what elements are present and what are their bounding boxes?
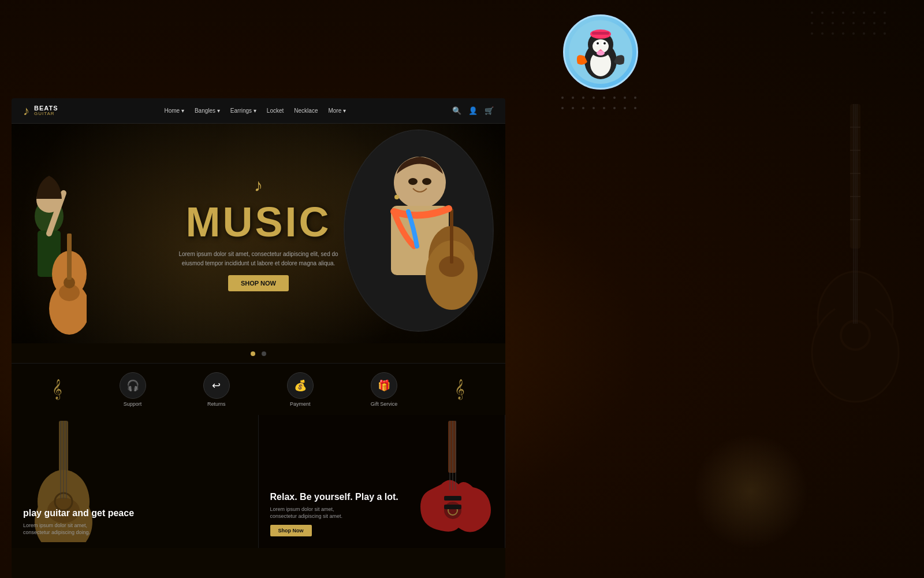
svg-point-37 [394, 157, 446, 209]
guitar-cards: play guitar and get peace Lorem ipsum do… [12, 415, 505, 548]
feature-support: 🎧 Support [120, 372, 146, 407]
search-icon[interactable]: 🔍 [452, 106, 461, 115]
svg-rect-34 [67, 234, 72, 280]
store-sub: GUITAR [34, 112, 58, 117]
svg-point-23 [603, 42, 606, 45]
features-bar: 𝄞 🎧 Support ↩ Returns 💰 Payment 🎁 Gift S… [12, 363, 505, 415]
hero-center: ♪ MUSIC Lorem ipsum dolor sit amet, cons… [178, 176, 340, 291]
right-dots [811, 12, 889, 90]
slider-dots [12, 343, 505, 363]
dot-active[interactable] [251, 351, 255, 356]
feature-returns: ↩ Returns [203, 372, 230, 407]
music-note-left: 𝄞 [52, 379, 62, 399]
nav-earrings[interactable]: Earrings ▾ [230, 108, 256, 114]
guitar-card-2: Relax. Be yourself. Play a lot. Lorem ip… [259, 415, 506, 548]
svg-point-44 [408, 178, 418, 185]
nav-links: Home ▾ Bangles ▾ Earrings ▾ Locket Neckl… [75, 108, 435, 114]
svg-rect-54 [448, 421, 456, 473]
card-2-desc: Lorem ipsum dolor sit amet, consectetur … [270, 506, 357, 520]
card-2-title: Relax. Be yourself. Play a lot. [270, 491, 398, 502]
nav-locket[interactable]: Locket [267, 108, 284, 114]
guitar-decoration-right [803, 104, 907, 451]
shop-now-button[interactable]: Shop Now [228, 275, 289, 291]
card-2-btn[interactable]: Shop Now [270, 525, 312, 536]
svg-rect-58 [444, 505, 461, 509]
feature-gift: 🎁 Gift Service [371, 372, 398, 407]
returns-label: Returns [207, 401, 226, 407]
nav-home[interactable]: Home ▾ [164, 108, 184, 114]
bird-icon [569, 20, 632, 84]
feature-payment: 💰 Payment [287, 372, 314, 407]
payment-icon: 💰 [287, 372, 314, 399]
card-1-title: play guitar and get peace [23, 507, 134, 518]
svg-point-45 [422, 178, 431, 185]
gift-label: Gift Service [371, 401, 398, 407]
nav-more[interactable]: More ▾ [328, 108, 346, 114]
bokeh-decoration [693, 433, 808, 549]
guitar-card-1: play guitar and get peace Lorem ipsum do… [12, 415, 259, 548]
card-1-content: play guitar and get peace Lorem ipsum do… [23, 507, 134, 536]
svg-rect-42 [450, 209, 453, 264]
hero-music-note: ♪ [178, 176, 340, 195]
hero-banner: ♪ MUSIC Lorem ipsum dolor sit amet, cons… [12, 124, 505, 343]
music-note-right: 𝄞 [454, 379, 465, 399]
nav-necklace[interactable]: Necklace [294, 108, 318, 114]
svg-point-43 [394, 195, 399, 199]
store-brand: ♪ BEATS GUITAR [23, 103, 58, 118]
dots-grid-top [561, 0, 640, 8]
nav-icons: 🔍 👤 🛒 [452, 106, 494, 115]
musician-svg [345, 131, 494, 332]
cart-icon[interactable]: 🛒 [485, 106, 494, 115]
svg-rect-57 [444, 496, 461, 501]
hero-left-figure [12, 158, 87, 343]
guitar-2-svg [407, 421, 499, 542]
payment-label: Payment [290, 401, 311, 407]
dots-grid-bottom [561, 97, 640, 175]
woman-guitar-svg [12, 158, 87, 343]
gift-icon: 🎁 [371, 372, 397, 399]
hero-title: MUSIC [178, 201, 340, 243]
store-nav: ♪ BEATS GUITAR Home ▾ Bangles ▾ Earrings… [12, 98, 505, 124]
svg-point-55 [444, 502, 461, 519]
bird-avatar [563, 14, 638, 90]
support-icon: 🎧 [120, 372, 146, 399]
card-1-desc: Lorem ipsum dolor sit amet, consectetur … [23, 522, 110, 536]
svg-point-21 [597, 42, 599, 45]
dot-2[interactable] [262, 351, 266, 356]
card-2-content: Relax. Be yourself. Play a lot. Lorem ip… [270, 491, 398, 536]
brand-icon: ♪ [23, 103, 29, 118]
svg-rect-25 [592, 32, 609, 35]
user-icon[interactable]: 👤 [468, 106, 478, 115]
nav-bangles[interactable]: Bangles ▾ [195, 108, 220, 114]
svg-point-26 [597, 51, 605, 55]
hero-description: Lorem ipsum dolor sit amet, consectetur … [178, 250, 340, 268]
returns-icon: ↩ [203, 372, 230, 399]
preview-panel: ♪ BEATS GUITAR Home ▾ Bangles ▾ Earrings… [12, 98, 505, 578]
hero-right-figure [315, 124, 505, 343]
support-label: Support [124, 401, 142, 407]
